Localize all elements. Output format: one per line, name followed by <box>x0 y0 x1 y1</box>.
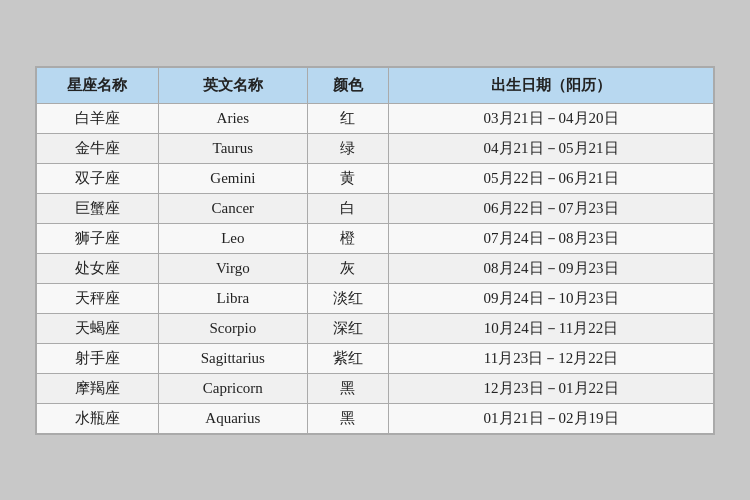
table-row: 巨蟹座Cancer白06月22日－07月23日 <box>37 193 714 223</box>
header-chinese: 星座名称 <box>37 67 159 103</box>
table-row: 双子座Gemini黄05月22日－06月21日 <box>37 163 714 193</box>
cell-english: Leo <box>158 223 307 253</box>
cell-color: 淡红 <box>307 283 388 313</box>
cell-color: 黑 <box>307 403 388 433</box>
table-body: 白羊座Aries红03月21日－04月20日金牛座Taurus绿04月21日－0… <box>37 103 714 433</box>
cell-date: 11月23日－12月22日 <box>389 343 714 373</box>
table-header-row: 星座名称 英文名称 颜色 出生日期（阳历） <box>37 67 714 103</box>
cell-english: Virgo <box>158 253 307 283</box>
cell-date: 05月22日－06月21日 <box>389 163 714 193</box>
cell-color: 绿 <box>307 133 388 163</box>
cell-date: 09月24日－10月23日 <box>389 283 714 313</box>
cell-chinese: 处女座 <box>37 253 159 283</box>
cell-date: 07月24日－08月23日 <box>389 223 714 253</box>
cell-chinese: 双子座 <box>37 163 159 193</box>
table-row: 金牛座Taurus绿04月21日－05月21日 <box>37 133 714 163</box>
cell-english: Gemini <box>158 163 307 193</box>
cell-english: Capricorn <box>158 373 307 403</box>
cell-color: 深红 <box>307 313 388 343</box>
cell-color: 黑 <box>307 373 388 403</box>
table-row: 白羊座Aries红03月21日－04月20日 <box>37 103 714 133</box>
cell-chinese: 摩羯座 <box>37 373 159 403</box>
table-row: 天秤座Libra淡红09月24日－10月23日 <box>37 283 714 313</box>
cell-chinese: 水瓶座 <box>37 403 159 433</box>
header-english: 英文名称 <box>158 67 307 103</box>
table-row: 处女座Virgo灰08月24日－09月23日 <box>37 253 714 283</box>
cell-date: 08月24日－09月23日 <box>389 253 714 283</box>
header-date: 出生日期（阳历） <box>389 67 714 103</box>
cell-color: 红 <box>307 103 388 133</box>
cell-chinese: 金牛座 <box>37 133 159 163</box>
cell-date: 04月21日－05月21日 <box>389 133 714 163</box>
cell-date: 12月23日－01月22日 <box>389 373 714 403</box>
cell-chinese: 狮子座 <box>37 223 159 253</box>
cell-chinese: 巨蟹座 <box>37 193 159 223</box>
cell-english: Sagittarius <box>158 343 307 373</box>
cell-english: Aquarius <box>158 403 307 433</box>
cell-color: 黄 <box>307 163 388 193</box>
cell-chinese: 天秤座 <box>37 283 159 313</box>
cell-color: 白 <box>307 193 388 223</box>
cell-english: Scorpio <box>158 313 307 343</box>
cell-color: 紫红 <box>307 343 388 373</box>
table-row: 射手座Sagittarius紫红11月23日－12月22日 <box>37 343 714 373</box>
table-row: 摩羯座Capricorn黑12月23日－01月22日 <box>37 373 714 403</box>
zodiac-table: 星座名称 英文名称 颜色 出生日期（阳历） 白羊座Aries红03月21日－04… <box>36 67 714 434</box>
zodiac-table-container: 星座名称 英文名称 颜色 出生日期（阳历） 白羊座Aries红03月21日－04… <box>35 66 715 435</box>
table-row: 狮子座Leo橙07月24日－08月23日 <box>37 223 714 253</box>
cell-english: Libra <box>158 283 307 313</box>
cell-english: Taurus <box>158 133 307 163</box>
cell-chinese: 天蝎座 <box>37 313 159 343</box>
cell-date: 03月21日－04月20日 <box>389 103 714 133</box>
cell-chinese: 白羊座 <box>37 103 159 133</box>
cell-date: 06月22日－07月23日 <box>389 193 714 223</box>
cell-english: Cancer <box>158 193 307 223</box>
cell-color: 灰 <box>307 253 388 283</box>
cell-date: 01月21日－02月19日 <box>389 403 714 433</box>
cell-date: 10月24日－11月22日 <box>389 313 714 343</box>
cell-chinese: 射手座 <box>37 343 159 373</box>
cell-color: 橙 <box>307 223 388 253</box>
table-row: 水瓶座Aquarius黑01月21日－02月19日 <box>37 403 714 433</box>
cell-english: Aries <box>158 103 307 133</box>
table-row: 天蝎座Scorpio深红10月24日－11月22日 <box>37 313 714 343</box>
header-color: 颜色 <box>307 67 388 103</box>
